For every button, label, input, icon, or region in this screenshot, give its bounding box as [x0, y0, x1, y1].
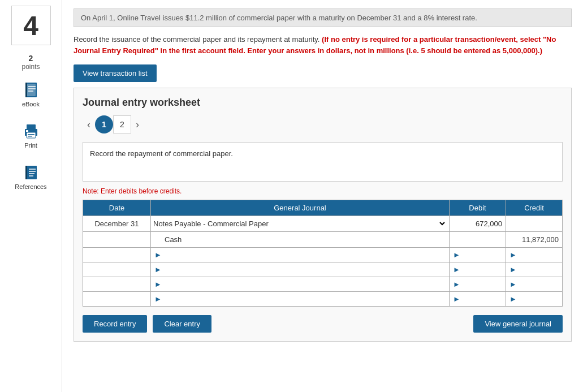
- credit-cell-3[interactable]: ►: [506, 248, 563, 262]
- general-journal-cell-6[interactable]: ►: [151, 292, 450, 307]
- general-journal-cell-4[interactable]: ►: [151, 262, 450, 277]
- svg-rect-2: [25, 83, 27, 97]
- svg-rect-8: [27, 132, 36, 138]
- svg-rect-10: [28, 134, 34, 135]
- problem-statement-text: On April 1, Online Travel issues $11.2 m…: [81, 14, 477, 22]
- journal-table: Date General Journal Debit Credit Decemb…: [83, 200, 563, 307]
- header-credit: Credit: [506, 200, 563, 216]
- next-page-button[interactable]: ›: [131, 116, 144, 133]
- table-row: ► ► ►: [83, 292, 563, 307]
- worksheet-title: Journal entry worksheet: [83, 97, 563, 109]
- debit-value-1: 672,000: [476, 219, 502, 228]
- credit-value-2: 11,872,000: [522, 235, 559, 244]
- problem-statement: On April 1, Online Travel issues $11.2 m…: [74, 8, 572, 27]
- sidebar-item-print[interactable]: Print: [3, 118, 59, 153]
- sidebar: 4 2 points eBook: [0, 0, 62, 392]
- instructions-plain: Record the issuance of the commercial pa…: [74, 35, 319, 44]
- date-value-1: December 31: [94, 219, 139, 228]
- debit-cell-5[interactable]: ►: [450, 277, 506, 292]
- references-label: References: [15, 183, 46, 190]
- ebook-label: eBook: [22, 101, 40, 107]
- general-journal-cell-2[interactable]: Cash: [151, 232, 450, 248]
- header-debit: Debit: [450, 200, 506, 216]
- worksheet-card: Journal entry worksheet ‹ 1 2 › Record t…: [74, 88, 572, 342]
- date-cell-4: [83, 262, 151, 277]
- description-box: Record the repayment of commercial paper…: [83, 142, 563, 182]
- date-cell-2: [83, 232, 151, 248]
- book-icon: [22, 81, 40, 99]
- account-name-2: Cash: [153, 235, 182, 244]
- table-row: ► ► ►: [83, 277, 563, 292]
- svg-rect-1: [27, 84, 36, 96]
- view-transaction-button[interactable]: View transaction list: [74, 64, 157, 82]
- instructions: Record the issuance of the commercial pa…: [74, 34, 572, 56]
- table-row: ► ► ►: [83, 248, 563, 262]
- pagination: ‹ 1 2 ›: [83, 115, 563, 133]
- table-row: December 31 Notes Payable - Commercial P…: [83, 216, 563, 232]
- question-number: 4: [23, 10, 38, 41]
- svg-rect-11: [28, 136, 32, 137]
- view-general-journal-button[interactable]: View general journal: [473, 315, 563, 333]
- debit-cell-2[interactable]: [450, 232, 506, 248]
- date-cell-3: [83, 248, 151, 262]
- general-journal-cell-1[interactable]: Notes Payable - Commercial Paper ▼: [151, 216, 450, 232]
- table-row: ► ► ►: [83, 262, 563, 277]
- general-journal-cell-3[interactable]: ►: [151, 248, 450, 262]
- credit-cell-6[interactable]: ►: [506, 292, 563, 307]
- header-general-journal: General Journal: [151, 200, 450, 216]
- date-cell-5: [83, 277, 151, 292]
- date-cell-1: December 31: [83, 216, 151, 232]
- table-row: Cash 11,872,000: [83, 232, 563, 248]
- print-label: Print: [24, 142, 37, 149]
- points-label: points: [21, 63, 40, 71]
- credit-cell-4[interactable]: ►: [506, 262, 563, 277]
- date-cell-6: [83, 292, 151, 307]
- debit-cell-1[interactable]: 672,000: [450, 216, 506, 232]
- print-icon: [22, 122, 40, 140]
- question-number-box: 4: [11, 6, 51, 45]
- record-entry-button[interactable]: Record entry: [83, 315, 147, 333]
- sidebar-item-ebook[interactable]: eBook: [3, 76, 59, 112]
- main-content: On April 1, Online Travel issues $11.2 m…: [62, 0, 583, 392]
- references-icon: [22, 163, 40, 182]
- svg-rect-13: [25, 166, 27, 179]
- account-select-1[interactable]: ▼: [437, 219, 447, 229]
- debit-cell-4[interactable]: ►: [450, 262, 506, 277]
- debit-cell-6[interactable]: ►: [450, 292, 506, 307]
- svg-rect-9: [26, 130, 28, 132]
- prev-page-button[interactable]: ‹: [83, 116, 95, 133]
- clear-entry-button[interactable]: Clear entry: [153, 315, 211, 333]
- points-value: 2: [21, 54, 40, 63]
- page-2-button[interactable]: 2: [113, 115, 131, 133]
- sidebar-item-references[interactable]: References: [3, 159, 59, 195]
- page-1-circle[interactable]: 1: [95, 115, 113, 133]
- description-text: Record the repayment of commercial paper…: [90, 149, 233, 158]
- points-container: 2 points: [21, 54, 40, 71]
- general-journal-cell-5[interactable]: ►: [151, 277, 450, 292]
- note-text: Note: Enter debits before credits.: [83, 187, 563, 195]
- credit-cell-1[interactable]: [506, 216, 563, 232]
- debit-cell-3[interactable]: ►: [450, 248, 506, 262]
- credit-cell-5[interactable]: ►: [506, 277, 563, 292]
- bottom-buttons: Record entry Clear entry View general jo…: [83, 315, 563, 333]
- account-name-1: Notes Payable - Commercial Paper: [153, 219, 434, 228]
- header-date: Date: [83, 200, 151, 216]
- credit-cell-2[interactable]: 11,872,000: [506, 232, 563, 248]
